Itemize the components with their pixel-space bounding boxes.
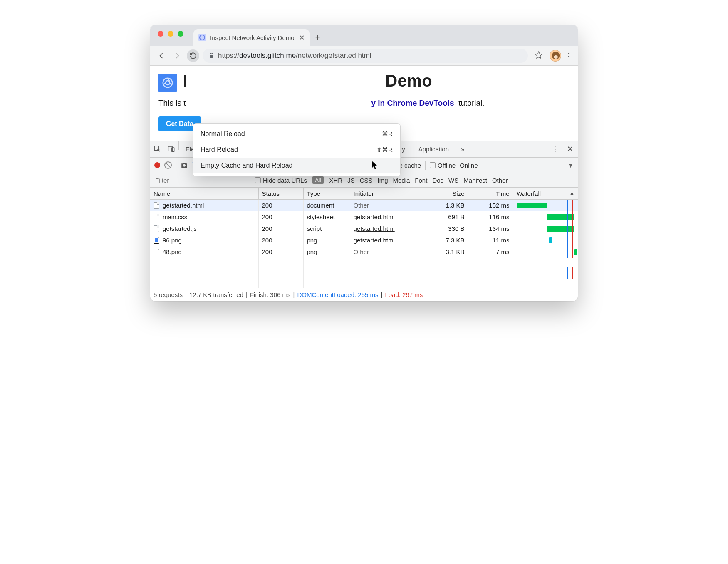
- inspect-element-icon[interactable]: [150, 141, 164, 157]
- file-name: main.css: [163, 213, 187, 220]
- status-load: Load: 297 ms: [385, 291, 423, 298]
- file-name: getstarted.js: [163, 225, 197, 232]
- cell-time: 7 ms: [468, 246, 513, 258]
- devtools-tab-application[interactable]: Application: [412, 141, 456, 157]
- filter-type-css[interactable]: CSS: [360, 177, 373, 184]
- forward-button[interactable]: [171, 49, 183, 62]
- devtools-close-button[interactable]: ✕: [562, 141, 578, 157]
- minimize-window-button[interactable]: [168, 31, 173, 37]
- tab-close-button[interactable]: ✕: [299, 34, 305, 41]
- col-name[interactable]: Name: [150, 188, 258, 199]
- devtools-more-tabs[interactable]: »: [456, 141, 470, 157]
- filter-type-manifest[interactable]: Manifest: [463, 177, 487, 184]
- cell-status: 200: [258, 246, 303, 258]
- cell-type: png: [303, 235, 350, 246]
- ctx-normal-reload[interactable]: Normal Reload ⌘R: [193, 126, 400, 142]
- window-controls: [158, 31, 183, 37]
- cell-status: 200: [258, 223, 303, 235]
- col-status[interactable]: Status: [258, 188, 303, 199]
- cell-status: 200: [258, 211, 303, 223]
- initiator-link[interactable]: getstarted.html: [354, 225, 395, 232]
- filter-type-media[interactable]: Media: [393, 177, 410, 184]
- capture-screenshots-icon[interactable]: [181, 162, 188, 168]
- tutorial-link[interactable]: y In Chrome DevTools: [371, 99, 454, 107]
- cell-time: 134 ms: [468, 223, 513, 235]
- cell-type: document: [303, 199, 350, 211]
- new-tab-button[interactable]: +: [310, 29, 326, 46]
- ctx-shortcut: ⌘R: [382, 130, 393, 138]
- cell-time: 11 ms: [468, 235, 513, 246]
- col-initiator[interactable]: Initiator: [350, 188, 424, 199]
- ctx-empty-cache-hard-reload[interactable]: Empty Cache and Hard Reload: [193, 158, 400, 173]
- filter-type-font[interactable]: Font: [415, 177, 427, 184]
- hide-data-urls-checkbox[interactable]: Hide data URLs: [255, 177, 307, 184]
- status-finish: Finish: 306 ms: [250, 291, 291, 298]
- col-time[interactable]: Time: [468, 188, 513, 199]
- ctx-hard-reload[interactable]: Hard Reload ⇧⌘R: [193, 142, 400, 158]
- cell-initiator: getstarted.html: [350, 235, 424, 246]
- filter-input[interactable]: [154, 176, 250, 184]
- reload-context-menu: Normal Reload ⌘R Hard Reload ⇧⌘R Empty C…: [193, 123, 401, 176]
- file-icon: [154, 237, 159, 244]
- devtools-menu-button[interactable]: ⋮: [548, 141, 562, 157]
- table-row[interactable]: 96.png200pnggetstarted.html7.3 KB11 ms: [150, 235, 578, 246]
- reload-button[interactable]: [187, 49, 199, 62]
- ctx-label: Normal Reload: [201, 130, 245, 138]
- initiator-link[interactable]: getstarted.html: [354, 213, 395, 220]
- tab-strip: Inspect Network Activity Demo ✕ +: [150, 25, 578, 46]
- col-size[interactable]: Size: [424, 188, 468, 199]
- filter-type-img[interactable]: Img: [377, 177, 388, 184]
- initiator-link[interactable]: getstarted.html: [354, 237, 395, 244]
- ctx-label: Empty Cache and Hard Reload: [201, 162, 292, 169]
- ctx-shortcut: ⇧⌘R: [376, 146, 393, 153]
- cell-type: png: [303, 246, 350, 258]
- profile-avatar[interactable]: [550, 50, 561, 62]
- table-row[interactable]: main.css200stylesheetgetstarted.html691 …: [150, 211, 578, 223]
- cell-waterfall: [513, 223, 578, 235]
- status-transferred: 12.7 KB transferred: [189, 291, 243, 298]
- status-requests: 5 requests: [154, 291, 183, 298]
- cell-initiator: getstarted.html: [350, 223, 424, 235]
- cell-time: 116 ms: [468, 211, 513, 223]
- clear-button[interactable]: [164, 161, 172, 169]
- close-window-button[interactable]: [158, 31, 163, 37]
- lock-icon: [208, 52, 215, 59]
- filter-type-ws[interactable]: WS: [448, 177, 458, 184]
- chromium-logo-icon: [158, 74, 177, 92]
- col-type[interactable]: Type: [303, 188, 350, 199]
- file-name: getstarted.html: [163, 202, 204, 209]
- filter-type-doc[interactable]: Doc: [432, 177, 443, 184]
- filter-type-all[interactable]: All: [312, 176, 324, 184]
- url-text: https://devtools.glitch.me/network/getst…: [218, 52, 371, 60]
- browser-menu-button[interactable]: ⋮: [565, 51, 573, 61]
- network-conditions-icon[interactable]: ▼: [567, 162, 574, 169]
- cell-initiator: Other: [350, 246, 424, 258]
- address-bar[interactable]: https://devtools.glitch.me/network/getst…: [203, 49, 528, 63]
- file-icon: [154, 202, 159, 209]
- filter-type-js[interactable]: JS: [347, 177, 355, 184]
- offline-checkbox[interactable]: Offline: [430, 162, 456, 169]
- file-name: 96.png: [163, 237, 182, 244]
- file-icon: [154, 225, 159, 232]
- svg-point-5: [183, 164, 186, 167]
- table-row[interactable]: getstarted.html200documentOther1.3 KB152…: [150, 199, 578, 211]
- tab-title: Inspect Network Activity Demo: [210, 34, 295, 41]
- filter-type-other[interactable]: Other: [492, 177, 508, 184]
- col-waterfall[interactable]: Waterfall▲: [513, 188, 578, 199]
- browser-toolbar: https://devtools.glitch.me/network/getst…: [150, 46, 578, 66]
- cell-waterfall: [513, 235, 578, 246]
- table-row[interactable]: getstarted.js200scriptgetstarted.html330…: [150, 223, 578, 235]
- bookmark-star-icon[interactable]: [535, 51, 543, 61]
- cell-waterfall: [513, 211, 578, 223]
- browser-tab[interactable]: Inspect Network Activity Demo ✕: [193, 29, 310, 46]
- file-icon: [154, 214, 159, 220]
- online-select[interactable]: Online: [460, 162, 478, 169]
- table-row[interactable]: 48.png200pngOther3.1 KB7 ms: [150, 246, 578, 258]
- device-toolbar-icon[interactable]: [164, 141, 178, 157]
- status-dcl: DOMContentLoaded: 255 ms: [297, 291, 378, 298]
- filter-type-xhr[interactable]: XHR: [329, 177, 342, 184]
- record-button[interactable]: [154, 162, 160, 168]
- zoom-window-button[interactable]: [178, 31, 183, 37]
- back-button[interactable]: [155, 49, 168, 62]
- favicon-icon: [198, 34, 206, 41]
